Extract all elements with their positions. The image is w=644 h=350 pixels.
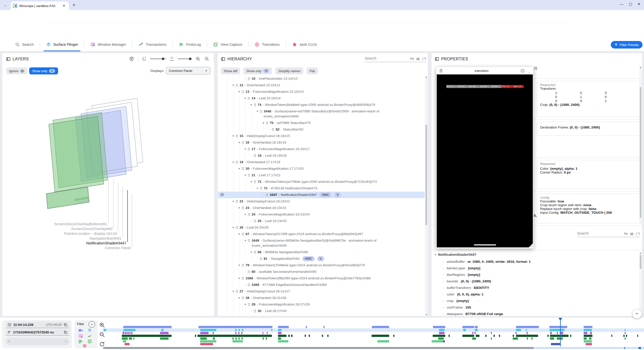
expand-arrow-icon[interactable]: ▼ [231,224,235,231]
property-row[interactable]: ●barrierLayer:[empty] [441,265,632,272]
rotation-slider[interactable] [150,57,166,61]
show-only-chip[interactable]: Show onlyV [243,67,272,74]
expand-arrow-icon[interactable]: ▼ [255,108,260,115]
filter-presets-button[interactable]: Filter Presets [611,41,642,49]
drag-handle-icon[interactable] [439,69,443,73]
expand-arrow-icon[interactable]: ▼ [237,89,242,95]
tree-row[interactable]: ●81 - NavigationBar0#81HWCV [218,255,425,262]
tree-row[interactable]: ●3369 - 67726bf EdgeBackGestureHandler0#… [218,282,425,288]
tree-row[interactable]: ▼14 - Leaf:15:15#14 [218,95,425,102]
show-only-chip[interactable]: Show only V [29,67,58,74]
regex-icon[interactable]: (.*) [422,57,426,60]
flat-chip[interactable]: Flat [306,67,318,74]
property-row[interactable]: ●dataspace:BT709 sRGB Full range [441,311,632,316]
simplify-names-chip[interactable]: Simplify names [275,67,303,74]
expand-arrow-icon[interactable]: ▼ [249,249,254,255]
copy-icon[interactable] [64,323,67,327]
view-capture-filter-icon[interactable] [88,339,92,343]
layer-3d-label[interactable]: NotificationShade#3447 [86,241,126,245]
layer-3d-label[interactable]: NavigationBar0#81 [89,236,122,240]
info-icon[interactable] [520,69,525,73]
show-diff-chip[interactable]: Show diff [221,67,240,74]
property-row[interactable]: ●blurRegions:[empty] [441,272,632,278]
expand-arrow-icon[interactable]: ▼ [243,146,248,152]
hierarchy-search-input[interactable]: Search Aaab(.*) [365,56,426,62]
layers-3d-canvas[interactable] [2,74,214,316]
tree-row[interactable]: ▼20 - FullscreenMagnification:17:17#20 [218,165,425,172]
tab-view-capture[interactable]: View Capture [207,38,248,51]
tree-row[interactable]: ●18 - Leaf:16:16#18 [218,152,425,159]
timeline-zoom-window[interactable] [534,347,644,349]
expand-arrow-icon[interactable]: ▼ [237,231,242,237]
property-row[interactable]: ●color:(0, 0, 0), alpha: 1 [441,291,632,298]
expand-arrow-icon[interactable]: ▼ [231,159,235,165]
property-row[interactable]: ●currFrame:155 [441,304,632,311]
properties-search-input[interactable]: Search Aaab(.*) [577,231,640,237]
tree-row[interactable]: ▼13 - FullscreenMagnification:15:15#13 [218,89,425,95]
tree-row[interactable]: ▼16 - OneHanded:16:16#16 [218,139,425,146]
tab-transactions[interactable]: Transactions [132,38,172,51]
expand-arrow-icon[interactable]: ▼ [231,288,235,295]
tab-search[interactable]: Search [9,38,40,51]
layer-3d-label[interactable]: ScreenDecorOverlayBottom#61 [54,222,107,226]
new-tab-button[interactable]: + [72,2,75,8]
property-root-row[interactable]: ▼ NotificationShade#3447 [434,251,476,258]
tree-row[interactable]: ▼79 - WindowToken{7046b4a type=2024 andr… [218,262,425,269]
expand-arrow-icon[interactable]: ▼ [434,251,436,258]
properties-scrollbar[interactable]: ▲ [639,66,642,224]
timeline-zoom-out-icon[interactable] [99,332,105,338]
tree-row[interactable]: ▼24 - FullscreenMagnification:18:23#24 [218,211,425,218]
collapse-panel-icon[interactable] [6,57,11,61]
resize-handle-icon[interactable] [529,243,533,247]
tree-row[interactable]: ●82 - StatusBar#82 [218,126,425,133]
expand-arrow-icon[interactable]: ▼ [237,262,242,269]
expand-arrow-icon[interactable]: ▼ [261,120,266,126]
match-case-icon[interactable]: Aa [624,232,628,235]
tree-row[interactable]: ●3447 - NotificationShade#3447HWCV [218,192,425,198]
timeline-zoom-in-icon[interactable] [99,322,105,328]
tree-row[interactable]: ▼28 - OneHanded:26:31#28 [218,295,425,301]
zoom-out-icon[interactable] [204,56,210,62]
next-frame-button[interactable]: › [65,339,67,343]
scroll-to-top-button[interactable] [632,309,642,319]
protolog-filter-icon[interactable] [78,340,83,343]
expand-arrow-icon[interactable]: ▼ [255,185,260,192]
tab-window-manager[interactable]: Window Manager [84,38,132,51]
tree-row[interactable]: ▼22 - HideDisplayCutout:18:23#22 [218,198,425,205]
tab-search-chevron-icon[interactable]: ⌄ [2,2,9,9]
expand-arrow-icon[interactable]: ▼ [243,211,248,218]
property-row[interactable]: ●crop:{empty} [441,298,632,304]
property-row[interactable]: ●bufferTransform:IDENTITY [441,285,632,291]
tree-row[interactable]: ▼74 - WindowToken{fdddbe6 type=2000 andr… [218,102,425,108]
transition-screenshot-window[interactable]: transition _ P: 0 / 1dX: 0.0dY: 0.0Xv: 0… [436,67,533,248]
layer-3d-label[interactable]: Common Panel [105,246,131,250]
match-case-icon[interactable]: Aa [410,57,414,60]
regex-icon[interactable]: (.*) [636,232,640,235]
tab-transitions[interactable]: Transitions [249,38,286,51]
floating-window-header[interactable]: transition _ [436,67,533,74]
browser-tab[interactable]: Winscope | sandbox-FAIl ✕ [11,2,69,10]
tab-jank-cujs[interactable]: Jank CUJs [286,38,323,51]
window-maximize-button[interactable]: ▢ [629,2,632,6]
tree-row[interactable]: ▼29 - FullscreenMagnification:26:27#29 [218,301,425,308]
expand-arrow-icon[interactable]: ▼ [231,133,235,139]
tree-row[interactable]: ▼23 - OneHanded:18:23#23 [218,205,425,211]
zoom-in-icon[interactable] [195,56,201,62]
tree-row[interactable]: ●80 - ace6abb SecondaryHomeHandle0#80 [218,269,425,275]
tree-row[interactable]: ▼26 - Leaf:24:25#26 [218,224,425,231]
tree-row[interactable]: ▼75 - ed70f88 StatusBar#75 [218,120,425,126]
ignore-chip[interactable]: Ignore [6,67,27,74]
tree-row[interactable]: ▼21 - Leaf:17:17#21 [218,172,425,179]
tab-surface-flinger[interactable]: Surface Flinger [40,38,84,51]
rotation-icon[interactable] [142,56,147,61]
expand-arrow-icon[interactable]: ▼ [237,205,242,211]
expand-arrow-icon[interactable]: ▼ [243,301,248,308]
copy-icon[interactable] [64,330,67,334]
tree-row[interactable]: ▼27 - HideDisplayCutout:26:31#27 [218,288,425,295]
layer-3d-label[interactable]: PointerLocation - display 0#134 [64,231,117,236]
tab-close-icon[interactable]: ✕ [61,4,66,8]
expand-arrow-icon[interactable]: ▼ [243,172,248,179]
timeline-cursor[interactable] [558,318,563,346]
tree-row[interactable]: ▼68 - 885b63e NavigationBar0#68 [218,249,425,255]
prev-frame-button[interactable]: ‹ [9,339,10,343]
